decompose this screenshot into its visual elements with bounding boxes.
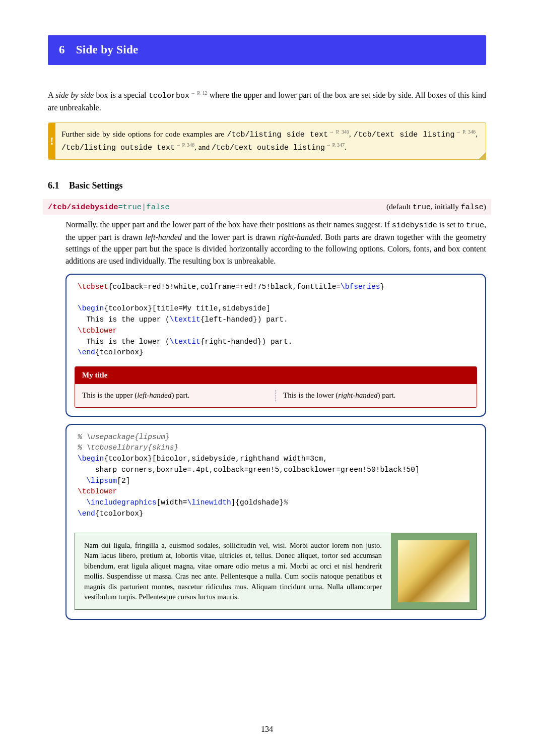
page-ref: → P. 12 (190, 90, 207, 96)
section-number: 6.1 (48, 179, 69, 192)
option-ref[interactable]: /tcb/text outside listing (212, 144, 325, 152)
separator (276, 390, 276, 401)
key-definition: /tcb/sidebyside=true|false (default true… (43, 199, 491, 215)
tcolorbox-ref[interactable]: tcolorbox (149, 92, 189, 100)
example-box-1: \tcbset{colback=red!5!white,colframe=red… (65, 274, 486, 417)
section-heading: 6.1Basic Settings (48, 179, 486, 192)
key-defaults: (default true, initially false) (386, 201, 486, 213)
chapter-title: Side by Side (76, 43, 139, 56)
option-ref[interactable]: /tcb/listing side text (227, 131, 328, 139)
code-listing: \tcbset{colback=red!5!white,colframe=red… (66, 275, 485, 363)
lipsum-text: Nam dui ligula, fringilla a, euismod sod… (75, 533, 391, 609)
chapter-number: 6 (59, 41, 73, 58)
section-title: Basic Settings (69, 180, 123, 191)
option-ref[interactable]: /tcb/text side listing (354, 131, 455, 139)
exclaim-icon: ! (48, 123, 55, 159)
output-left: This is the upper (left-handed) part. (82, 390, 269, 401)
key-path[interactable]: /tcb/sidebyside (48, 203, 118, 212)
code-listing: % \usepackage{lipsum} % \tcbuselibrary{s… (66, 425, 485, 525)
key-description: Normally, the upper part and the lower p… (65, 219, 486, 266)
goldshade-image (391, 533, 477, 609)
rendered-output-2: Nam dui ligula, fringilla a, euismod sod… (75, 533, 477, 610)
dogear-icon (478, 151, 486, 159)
note-body: Further side by side options for code ex… (55, 123, 486, 159)
chapter-heading: 6 Side by Side (48, 35, 486, 65)
example-box-2: % \usepackage{lipsum} % \tcbuselibrary{s… (65, 424, 486, 620)
page-number: 134 (0, 723, 534, 735)
intro-paragraph: A side by side box is a special tcolorbo… (48, 89, 486, 113)
term-sidebyside: side by side (55, 91, 94, 99)
output-title: My title (75, 367, 477, 384)
option-ref[interactable]: /tcb/listing outside text (61, 144, 175, 152)
key-values: true|false (123, 203, 170, 212)
output-right: This is the lower (right-handed) part. (283, 390, 470, 401)
rendered-output-1: My title This is the upper (left-handed)… (75, 366, 477, 408)
info-note: ! Further side by side options for code … (48, 122, 486, 159)
